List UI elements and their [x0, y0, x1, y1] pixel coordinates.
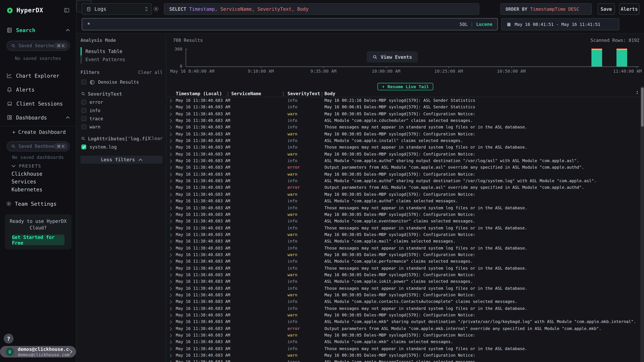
table-row[interactable]: May 16 11:38:40.683 AMinfoASL Module "co…: [166, 278, 640, 285]
table-row[interactable]: May 16 11:38:40.683 AMinfoThose messages…: [166, 124, 640, 131]
table-row[interactable]: May 16 11:38:40.683 AMwarnMay 16 00:30:0…: [166, 272, 640, 278]
column-resize-handle[interactable]: [282, 92, 284, 96]
column-resize-handle[interactable]: [227, 92, 229, 96]
table-row[interactable]: May 16 11:38:40.683 AMinfoThose messages…: [166, 245, 640, 252]
table-row[interactable]: May 16 11:38:40.683 AMinfoASL Module "co…: [166, 198, 640, 205]
col-header-body[interactable]: Body: [324, 91, 335, 96]
table-row[interactable]: May 16 11:38:40.683 AMinfoASL Module "co…: [166, 339, 640, 346]
tab-event-patterns[interactable]: Event Patterns: [80, 55, 166, 63]
severity-option-trace[interactable]: trace: [81, 116, 162, 121]
table-row[interactable]: May 16 11:38:40.683 AMinfoASL Module "co…: [166, 299, 640, 305]
table-row[interactable]: May 16 11:38:40.683 AMinfoThose messages…: [166, 225, 640, 231]
table-row[interactable]: May 16 11:38:40.683 AMinfoASL Module "co…: [166, 178, 640, 184]
less-filters-button[interactable]: Less filters: [80, 156, 162, 164]
table-row[interactable]: May 16 11:38:40.683 AMinfoASL Module "co…: [166, 238, 640, 245]
histogram-bar[interactable]: [616, 48, 627, 66]
preset-services[interactable]: Services: [0, 179, 76, 185]
mode-lucene-toggle[interactable]: Lucene: [476, 21, 492, 27]
table-row[interactable]: May 16 11:38:40.683 AMinfoASL Module "co…: [166, 258, 640, 265]
table-row[interactable]: May 16 11:38:40.683 AMinfoASL Module "co…: [166, 218, 640, 225]
resume-live-tail-button[interactable]: Resume Live Tail: [377, 83, 433, 90]
create-dashboard-button[interactable]: + Create Dashboard: [0, 128, 76, 136]
table-row[interactable]: May 16 11:38:40.683 AMinfoThose messages…: [166, 144, 640, 151]
user-account-button[interactable]: D demos@clickhouse.com demos@clickhouse.…: [0, 346, 76, 358]
table-row[interactable]: May 16 11:38:40.683 AMwarnMay 16 00:30:0…: [166, 312, 640, 319]
table-row[interactable]: May 16 11:38:40.683 AMwarnMay 16 00:30:0…: [166, 292, 640, 299]
help-button[interactable]: ?: [4, 334, 14, 344]
saved-dashboards-input[interactable]: Saved Dashboards ⌘ K: [6, 141, 70, 151]
table-row[interactable]: May 16 11:38:40.683 AMinfoASL Module "co…: [166, 158, 640, 164]
table-options-menu-icon[interactable]: [636, 91, 638, 94]
severity-option-warn[interactable]: warn: [81, 124, 162, 130]
preset-clickhouse[interactable]: Clickhouse: [0, 171, 76, 177]
table-row[interactable]: May 16 11:38:40.683 AMerrorOutput parame…: [166, 184, 640, 191]
checkbox[interactable]: [81, 116, 86, 121]
checkbox[interactable]: [81, 108, 86, 113]
column-resize-handle[interactable]: [321, 92, 323, 96]
table-row[interactable]: May 16 11:38:40.683 AMinfoMay 16 00:06:0…: [166, 104, 640, 111]
sql-select-input[interactable]: SELECT Timestamp, ServiceName, SeverityT…: [164, 3, 479, 15]
checkbox[interactable]: [81, 124, 86, 129]
table-row[interactable]: May 16 11:38:40.683 AMwarnMay 16 00:30:0…: [166, 151, 640, 158]
table-row[interactable]: May 16 11:38:40.683 AMwarnMay 16 00:30:0…: [166, 332, 640, 339]
denoise-option[interactable]: Denoise Results: [81, 79, 162, 85]
table-row[interactable]: May 16 11:38:40.683 AMwarnMay 16 00:30:0…: [166, 191, 640, 198]
sidebar-item-search[interactable]: Search: [0, 25, 76, 34]
table-row[interactable]: May 16 11:38:40.683 AMwarnMay 16 00:30:0…: [166, 111, 640, 117]
table-row[interactable]: May 16 11:38:40.683 AMinfoASL Module "co…: [166, 138, 640, 144]
results-histogram[interactable]: 360 0 May 16 8:40:00 AM9:10:00 AM9:35:00…: [186, 49, 639, 66]
table-row[interactable]: May 16 11:38:40.683 AMtraceASL Module "c…: [166, 359, 640, 362]
table-row[interactable]: May 16 11:38:40.683 AMwarnMay 16 00:30:0…: [166, 171, 640, 178]
clear-group-button[interactable]: Clear: [149, 136, 162, 141]
presets-toggle[interactable]: PRESETS: [0, 163, 76, 169]
row-severity: error: [288, 185, 300, 190]
source-settings-gear-icon[interactable]: [153, 6, 160, 13]
sidebar-item-team-settings[interactable]: Team Settings: [0, 199, 76, 208]
denoise-checkbox[interactable]: [81, 80, 86, 85]
table-row[interactable]: May 16 11:38:40.683 AMinfoASL Module "co…: [166, 117, 640, 124]
table-row[interactable]: May 16 11:38:40.683 AMwarnMay 16 00:30:0…: [166, 211, 640, 218]
clear-all-button[interactable]: Clear all: [138, 70, 162, 75]
severity-option-info[interactable]: info: [81, 107, 162, 113]
severity-option-error[interactable]: error: [81, 99, 162, 105]
save-button[interactable]: Save: [598, 3, 615, 15]
table-row[interactable]: May 16 11:38:40.683 AMwarnMay 16 00:30:0…: [166, 352, 640, 359]
checkbox[interactable]: [81, 100, 86, 105]
table-row[interactable]: May 16 11:38:40.683 AMinfoThose messages…: [166, 265, 640, 272]
table-row[interactable]: May 16 11:38:40.683 AMwarnMay 16 00:30:0…: [166, 131, 640, 138]
col-header-severitytext[interactable]: SeverityText: [288, 91, 320, 96]
col-header-timestamp[interactable]: Timestamp (Local): [176, 91, 222, 96]
source-select[interactable]: Logs: [82, 3, 152, 15]
tab-results-table[interactable]: Results Table: [80, 47, 166, 55]
histogram-bar[interactable]: [592, 48, 602, 66]
time-range-picker[interactable]: May 16 08:41:51 - May 16 11:41:51: [501, 18, 620, 30]
table-row[interactable]: May 16 11:38:40.683 AMinfoMay 16 00:21:1…: [166, 97, 640, 104]
sidebar-item-client-sessions[interactable]: Client Sessions: [0, 99, 76, 108]
mode-sql-toggle[interactable]: SQL: [460, 21, 468, 27]
table-row[interactable]: May 16 11:38:40.683 AMinfoASL Module "co…: [166, 319, 640, 325]
get-started-button[interactable]: Get Started for Free: [12, 235, 64, 245]
alerts-button[interactable]: Alerts: [619, 3, 640, 15]
table-row[interactable]: May 16 11:38:40.683 AMwarnMay 16 00:30:0…: [166, 231, 640, 238]
sidebar-item-alerts[interactable]: Alerts: [0, 85, 76, 94]
table-row[interactable]: May 16 11:38:40.683 AMwarnMay 16 00:30:0…: [166, 252, 640, 258]
table-row[interactable]: May 16 11:38:40.683 AMinfoThose messages…: [166, 346, 640, 352]
preset-kubernetes[interactable]: Kubernetes: [0, 186, 76, 193]
checkbox[interactable]: [81, 145, 86, 149]
search-query-input[interactable]: * SQL | Lucene: [82, 18, 498, 30]
col-header-servicename[interactable]: ServiceName: [231, 91, 261, 96]
view-events-button[interactable]: View Events: [367, 51, 418, 62]
table-row[interactable]: May 16 11:38:40.683 AMinfoThose messages…: [166, 285, 640, 292]
scrollbar-thumb[interactable]: [641, 87, 643, 127]
table-row[interactable]: May 16 11:38:40.683 AMerrorOutput parame…: [166, 164, 640, 171]
table-row[interactable]: May 16 11:38:40.683 AMinfoThose messages…: [166, 305, 640, 312]
order-by-input[interactable]: ORDER BY TimestampTime DESC: [500, 3, 592, 15]
table-row[interactable]: May 16 11:38:40.683 AMerrorOutput parame…: [166, 325, 640, 332]
sidebar-collapse-icon[interactable]: [64, 7, 70, 13]
saved-searches-input[interactable]: Saved Searches ⌘ K: [6, 41, 70, 51]
logattr-option-system.log[interactable]: system.log: [81, 144, 162, 150]
sidebar-item-dashboards[interactable]: Dashboards: [0, 113, 76, 122]
sidebar-item-chart-explorer[interactable]: Chart Explorer: [0, 71, 76, 80]
table-row[interactable]: May 16 11:38:40.683 AMinfoThose messages…: [166, 205, 640, 211]
scrollbar[interactable]: [640, 87, 644, 362]
